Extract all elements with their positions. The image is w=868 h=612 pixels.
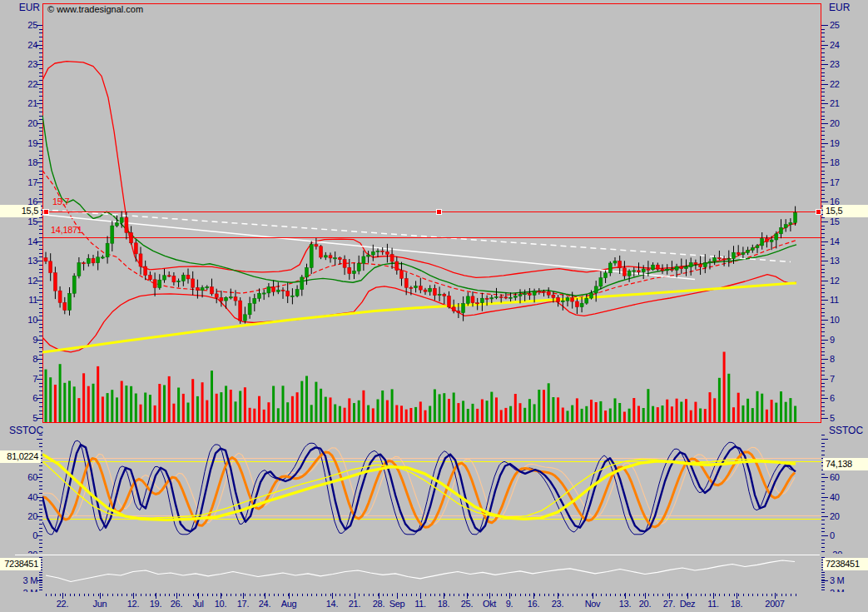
price-axis-label-right: 5: [830, 413, 866, 423]
sstoc-axis-label-right: 0: [830, 530, 866, 540]
sstoc-panel-plot[interactable]: [42, 430, 821, 552]
price-axis-label-left: 9: [0, 335, 37, 345]
main-chart-plot[interactable]: [42, 3, 821, 423]
x-axis-label: 18.: [722, 599, 751, 609]
sstoc-axis-label-right: 20: [830, 511, 866, 521]
price-axis-label-left: 11: [0, 295, 37, 305]
price-axis-label-right: 18: [830, 157, 866, 167]
sstoc-title-right: SSTOC: [829, 425, 863, 436]
price-axis-label-right: 6: [830, 393, 866, 403]
price-axis-label-left: 22: [0, 79, 37, 89]
x-axis-label: 23.: [543, 599, 573, 609]
x-axis-label: Aug: [274, 599, 304, 609]
sstoc-axis-label-left: 20: [0, 511, 37, 521]
volume-readout-left: 7238451: [0, 558, 41, 570]
price-axis-label-right: 19: [830, 138, 866, 148]
price-axis-label-left: 19: [0, 138, 37, 148]
hline-annotation-157: 15,7: [52, 197, 69, 206]
price-axis-label-right: 7: [830, 374, 866, 384]
hline-annotation-141871: 14,1871: [51, 225, 82, 235]
price-axis-label-right: 9: [830, 335, 866, 345]
x-axis-label: 2007: [760, 599, 790, 609]
price-axis-label-right: 23: [830, 59, 866, 69]
sstoc-axis-label-left: 40: [0, 492, 37, 502]
price-axis-label-left: 10: [0, 315, 37, 325]
price-axis-label-left: 25: [0, 20, 37, 30]
volume-axis-label-left: 3 M: [0, 575, 37, 585]
sstoc-axis-label-right: 60: [830, 472, 866, 482]
sstoc-axis-label-left: 0: [0, 530, 37, 540]
price-axis-label-left: 12: [0, 276, 37, 286]
price-axis-label-left: 6: [0, 393, 37, 403]
x-axis-label: 22.: [47, 599, 77, 609]
sstoc-axis-label-right: 40: [830, 492, 866, 502]
price-axis-label-right: 14: [830, 236, 866, 246]
price-level-readout-left: 15,5: [0, 205, 41, 217]
chart-canvas[interactable]: [0, 0, 868, 612]
price-axis-label-left: 21: [0, 98, 37, 108]
price-axis-label-right: 20: [830, 118, 866, 128]
price-axis-label-right: 10: [830, 315, 866, 325]
price-axis-label-right: 13: [830, 256, 866, 266]
sstoc-title-left: SSTOC: [9, 425, 43, 436]
volume-axis-label-right: 3 M: [830, 575, 866, 585]
price-axis-label-left: 23: [0, 59, 37, 69]
price-axis-label-left: 17: [0, 177, 37, 187]
copyright-notice: © www.tradesignal.com: [47, 4, 143, 15]
price-axis-label-left: 8: [0, 354, 37, 364]
price-axis-label-left: 15: [0, 216, 37, 226]
volume-panel-plot[interactable]: [42, 555, 821, 594]
price-axis-label-left: 20: [0, 118, 37, 128]
price-axis-label-right: 21: [830, 98, 866, 108]
sstoc-readout-right: 74,138: [823, 458, 868, 470]
volume-readout-right: 7238451: [823, 558, 868, 570]
price-axis-label-left: 24: [0, 40, 37, 50]
left-axis-currency-title: EUR: [5, 2, 40, 13]
price-axis-label-left: 14: [0, 236, 37, 246]
sstoc-axis-label-left: 60: [0, 472, 37, 482]
chart-window: EUR EUR © www.tradesignal.com SSTOC SSTO…: [0, 0, 868, 612]
price-axis-label-left: 13: [0, 256, 37, 266]
price-axis-label-left: 5: [0, 413, 37, 423]
sstoc-readout-left: 81,0224: [0, 450, 41, 463]
price-axis-label-left: 18: [0, 157, 37, 167]
price-axis-label-right: 11: [830, 295, 866, 305]
price-axis-label-right: 17: [830, 177, 866, 187]
right-axis-currency-title: EUR: [829, 2, 850, 13]
price-axis-label-right: 15: [830, 216, 866, 226]
price-axis-label-right: 12: [830, 276, 866, 286]
price-axis-label-right: 24: [830, 40, 866, 50]
price-level-readout-right: 15,5: [823, 205, 868, 217]
price-axis-label-right: 22: [830, 79, 866, 89]
x-axis-label: Nov: [578, 599, 608, 609]
price-axis-label-left: 7: [0, 374, 37, 384]
price-axis-label-right: 8: [830, 354, 866, 364]
price-axis-label-right: 25: [830, 20, 866, 30]
x-axis-label: Jun: [85, 599, 115, 609]
